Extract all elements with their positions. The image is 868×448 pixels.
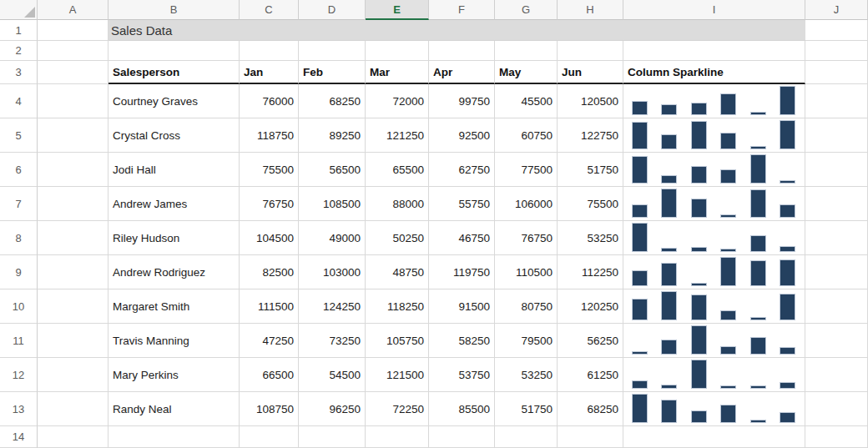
row-header[interactable]: 3: [0, 61, 38, 84]
cell[interactable]: [805, 118, 868, 153]
cell[interactable]: [38, 392, 108, 426]
value-cell[interactable]: 56250: [558, 324, 623, 358]
cell[interactable]: [805, 324, 868, 358]
value-cell[interactable]: 105750: [366, 324, 429, 358]
cell[interactable]: [299, 426, 366, 448]
value-cell[interactable]: 75500: [240, 153, 299, 187]
value-cell[interactable]: 68250: [299, 84, 366, 118]
header-mar[interactable]: Mar: [366, 61, 429, 84]
sparkline-cell[interactable]: [623, 289, 805, 324]
value-cell[interactable]: 54500: [299, 358, 366, 392]
salesperson-cell[interactable]: Courtney Graves: [108, 84, 240, 118]
cell[interactable]: [558, 41, 623, 61]
value-cell[interactable]: 89250: [299, 118, 366, 153]
sparkline-cell[interactable]: [623, 221, 805, 255]
salesperson-cell[interactable]: Margaret Smith: [108, 289, 240, 324]
salesperson-cell[interactable]: Riley Hudson: [108, 221, 240, 255]
value-cell[interactable]: 58250: [429, 324, 495, 358]
salesperson-cell[interactable]: Andrew James: [108, 187, 240, 221]
value-cell[interactable]: 121250: [366, 118, 429, 153]
cell[interactable]: [495, 426, 558, 448]
row-header[interactable]: 1: [0, 20, 38, 41]
header-apr[interactable]: Apr: [429, 61, 495, 84]
value-cell[interactable]: 72250: [366, 392, 429, 426]
column-header-g[interactable]: G: [495, 0, 558, 20]
salesperson-cell[interactable]: Mary Perkins: [108, 358, 240, 392]
row-header[interactable]: 12: [0, 358, 38, 392]
sparkline-cell[interactable]: [623, 153, 805, 187]
cell[interactable]: [38, 118, 108, 153]
value-cell[interactable]: 118750: [240, 118, 299, 153]
value-cell[interactable]: 51750: [495, 392, 558, 426]
sparkline-cell[interactable]: [623, 187, 805, 221]
column-header-j[interactable]: J: [805, 0, 868, 20]
column-header-i[interactable]: I: [623, 0, 805, 20]
value-cell[interactable]: 76000: [240, 84, 299, 118]
cell[interactable]: [38, 20, 108, 41]
row-header[interactable]: 11: [0, 324, 38, 358]
salesperson-cell[interactable]: Crystal Cross: [108, 118, 240, 153]
row-header[interactable]: 9: [0, 255, 38, 289]
cell[interactable]: [38, 187, 108, 221]
cell[interactable]: [38, 61, 108, 84]
column-header-b[interactable]: B: [108, 0, 240, 20]
value-cell[interactable]: 120500: [558, 84, 623, 118]
column-header-e[interactable]: E: [366, 0, 429, 20]
cell[interactable]: [805, 61, 868, 84]
value-cell[interactable]: 108500: [299, 187, 366, 221]
value-cell[interactable]: 48750: [366, 255, 429, 289]
cell[interactable]: [240, 41, 299, 61]
salesperson-cell[interactable]: Jodi Hall: [108, 153, 240, 187]
row-header[interactable]: 8: [0, 221, 38, 255]
value-cell[interactable]: 106000: [495, 187, 558, 221]
cell[interactable]: [805, 20, 868, 41]
value-cell[interactable]: 65500: [366, 153, 429, 187]
cell[interactable]: [429, 41, 495, 61]
value-cell[interactable]: 76750: [240, 187, 299, 221]
row-header[interactable]: 7: [0, 187, 38, 221]
column-header-a[interactable]: A: [38, 0, 108, 20]
cell[interactable]: [38, 153, 108, 187]
sparkline-cell[interactable]: [623, 84, 805, 118]
value-cell[interactable]: 88000: [366, 187, 429, 221]
cell[interactable]: [38, 426, 108, 448]
value-cell[interactable]: 99750: [429, 84, 495, 118]
header-jan[interactable]: Jan: [240, 61, 299, 84]
value-cell[interactable]: 53250: [495, 358, 558, 392]
value-cell[interactable]: 121500: [366, 358, 429, 392]
value-cell[interactable]: 92500: [429, 118, 495, 153]
column-header-d[interactable]: D: [299, 0, 366, 20]
cell[interactable]: [805, 41, 868, 61]
cell[interactable]: [108, 426, 240, 448]
value-cell[interactable]: 60750: [495, 118, 558, 153]
column-header-f[interactable]: F: [429, 0, 495, 20]
cell[interactable]: [108, 41, 240, 61]
cell[interactable]: [805, 153, 868, 187]
sparkline-cell[interactable]: [623, 118, 805, 153]
value-cell[interactable]: 119750: [429, 255, 495, 289]
value-cell[interactable]: 118250: [366, 289, 429, 324]
column-header-c[interactable]: C: [240, 0, 299, 20]
cell[interactable]: [366, 41, 429, 61]
cell[interactable]: [805, 358, 868, 392]
value-cell[interactable]: 50250: [366, 221, 429, 255]
value-cell[interactable]: 75500: [558, 187, 623, 221]
row-header[interactable]: 13: [0, 392, 38, 426]
salesperson-cell[interactable]: Travis Manning: [108, 324, 240, 358]
cell[interactable]: [38, 324, 108, 358]
header-feb[interactable]: Feb: [299, 61, 366, 84]
value-cell[interactable]: 55750: [429, 187, 495, 221]
value-cell[interactable]: 49000: [299, 221, 366, 255]
value-cell[interactable]: 85500: [429, 392, 495, 426]
sparkline-cell[interactable]: [623, 324, 805, 358]
value-cell[interactable]: 120250: [558, 289, 623, 324]
value-cell[interactable]: 47250: [240, 324, 299, 358]
cell[interactable]: [805, 392, 868, 426]
cell[interactable]: [558, 426, 623, 448]
cell[interactable]: [429, 426, 495, 448]
cell[interactable]: [495, 41, 558, 61]
value-cell[interactable]: 53750: [429, 358, 495, 392]
value-cell[interactable]: 111500: [240, 289, 299, 324]
cell[interactable]: [805, 289, 868, 324]
row-header[interactable]: 2: [0, 41, 38, 61]
